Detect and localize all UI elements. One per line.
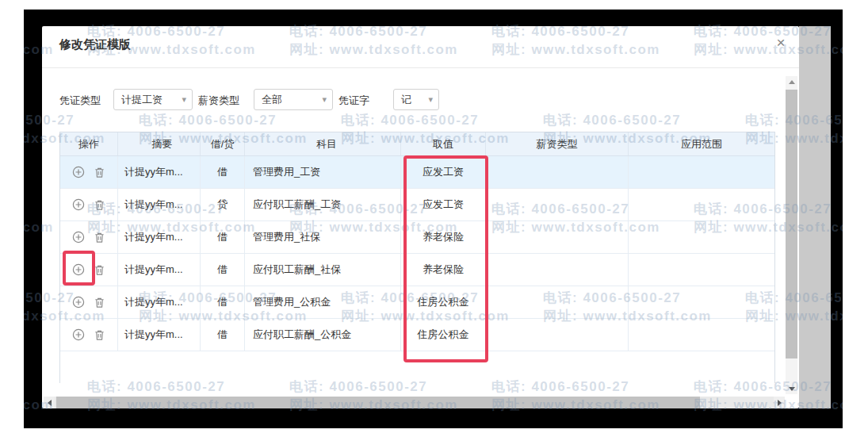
chevron-down-icon: ▾ (182, 90, 186, 109)
salary-type-value: 全部 (262, 94, 282, 105)
add-row-button[interactable] (71, 166, 85, 179)
arrow-left-icon (48, 400, 52, 406)
horizontal-scrollbar-thumb[interactable] (56, 397, 700, 408)
operation-cell (60, 189, 118, 220)
salary-type-select[interactable]: 全部 ▾ (254, 89, 333, 110)
salary-type-cell (486, 319, 629, 351)
summary-cell: 计提yy年m... (118, 319, 201, 351)
table-row: 计提yy年m...借应付职工薪酬_公积金住房公积金 (60, 319, 774, 351)
add-row-button[interactable] (71, 198, 85, 212)
add-row-button[interactable] (71, 296, 85, 309)
voucher-type-value: 计提工资 (121, 94, 163, 105)
account-cell: 管理费用_公积金 (245, 286, 401, 318)
voucher-word-select[interactable]: 记 ▾ (393, 89, 439, 110)
debit-credit-cell: 借 (201, 156, 245, 188)
summary-cell: 计提yy年m... (118, 254, 201, 286)
summary-cell: 计提yy年m... (118, 189, 201, 220)
close-icon[interactable]: × (772, 34, 790, 52)
horizontal-scrollbar[interactable] (44, 397, 785, 408)
filter-row: 凭证类型 计提工资 ▾ 薪资类型 全部 ▾ 凭证字 记 ▾ (42, 89, 799, 111)
circle-plus-icon (72, 263, 85, 276)
salary-type-cell (486, 286, 629, 318)
header-scope: 应用范围 (629, 132, 774, 155)
delete-row-button[interactable] (93, 231, 106, 244)
header-debit-credit: 借/贷 (201, 132, 245, 155)
table-row: 计提yy年m...借管理费用_工资应发工资 (60, 156, 774, 189)
debit-credit-cell: 借 (201, 319, 245, 351)
operation-cell (60, 319, 118, 351)
value-cell: 养老保险 (401, 221, 486, 253)
account-cell: 应付职工薪酬_公积金 (245, 319, 401, 351)
trash-icon (94, 167, 105, 178)
trash-icon (94, 199, 105, 211)
salary-type-label: 薪资类型 (198, 94, 239, 108)
account-cell: 应付职工薪酬_工资 (245, 189, 401, 220)
scroll-down-button[interactable] (786, 383, 797, 394)
scroll-up-button[interactable] (786, 76, 797, 87)
delete-row-button[interactable] (93, 296, 106, 309)
header-value: 取值 (401, 132, 486, 155)
salary-type-cell (486, 254, 629, 286)
debit-credit-cell: 借 (201, 286, 245, 318)
operation-cell (60, 286, 118, 318)
scope-cell (629, 319, 774, 351)
edit-voucher-template-modal: 修改凭证模版 × 凭证类型 计提工资 ▾ 薪资类型 全部 ▾ 凭证字 记 ▾ (42, 26, 799, 408)
scroll-right-button[interactable] (774, 397, 785, 408)
trash-icon (94, 297, 105, 309)
header-account: 科目 (245, 132, 401, 155)
account-cell: 管理费用_社保 (245, 221, 401, 253)
add-row-button[interactable] (71, 263, 85, 277)
operation-cell (60, 221, 118, 253)
scope-cell (629, 156, 774, 188)
trash-icon (94, 329, 105, 341)
delete-row-button[interactable] (93, 198, 106, 212)
operation-cell (60, 254, 118, 286)
voucher-word-label: 凭证字 (338, 94, 369, 108)
scope-cell (629, 286, 774, 318)
table-body: 计提yy年m...借管理费用_工资应发工资计提yy年m...贷应付职工薪酬_工资… (60, 156, 774, 351)
vertical-scrollbar-thumb[interactable] (786, 90, 797, 358)
header-salary-type: 薪资类型 (486, 132, 629, 155)
circle-plus-icon (72, 328, 85, 341)
scope-cell (629, 221, 774, 253)
delete-row-button[interactable] (93, 263, 106, 277)
delete-row-button[interactable] (93, 166, 106, 179)
summary-cell: 计提yy年m... (118, 221, 201, 253)
arrow-down-icon (789, 387, 795, 391)
vertical-scrollbar[interactable] (786, 76, 797, 394)
table-footer-space (60, 351, 774, 383)
value-cell: 应发工资 (401, 156, 486, 188)
debit-credit-cell: 贷 (201, 189, 245, 220)
scroll-left-button[interactable] (44, 397, 55, 408)
voucher-entries-table: 操作 摘要 借/贷 科目 取值 薪资类型 应用范围 计提yy年m...借管理费用… (59, 132, 775, 383)
salary-type-cell (486, 189, 629, 220)
add-row-button[interactable] (71, 231, 85, 244)
chevron-down-icon: ▾ (428, 90, 433, 109)
table-row: 计提yy年m...借管理费用_社保养老保险 (60, 221, 774, 254)
scope-cell (629, 189, 774, 220)
header-summary: 摘要 (118, 132, 201, 155)
table-row: 计提yy年m...借应付职工薪酬_社保养老保险 (60, 254, 774, 286)
voucher-type-select[interactable]: 计提工资 ▾ (113, 89, 193, 110)
value-cell: 应发工资 (401, 189, 486, 220)
trash-icon (94, 232, 105, 243)
screenshot-canvas: 修改凭证模版 × 凭证类型 计提工资 ▾ 薪资类型 全部 ▾ 凭证字 记 ▾ (0, 0, 868, 437)
summary-cell: 计提yy年m... (118, 156, 201, 188)
account-cell: 应付职工薪酬_社保 (245, 254, 401, 286)
salary-type-cell (486, 221, 629, 253)
add-row-button[interactable] (71, 328, 85, 342)
dimmed-page-strip (799, 26, 831, 408)
table-row: 计提yy年m...借管理费用_公积金住房公积金 (60, 286, 774, 319)
arrow-right-icon (778, 400, 782, 406)
operation-cell (60, 156, 118, 188)
chevron-down-icon: ▾ (322, 90, 327, 109)
delete-row-button[interactable] (93, 328, 106, 342)
account-cell: 管理费用_工资 (245, 156, 401, 188)
table-header-row: 操作 摘要 借/贷 科目 取值 薪资类型 应用范围 (60, 132, 774, 156)
screenshot-frame: 修改凭证模版 × 凭证类型 计提工资 ▾ 薪资类型 全部 ▾ 凭证字 记 ▾ (24, 10, 843, 428)
debit-credit-cell: 借 (201, 221, 245, 253)
voucher-type-label: 凭证类型 (59, 94, 101, 108)
scope-cell (629, 254, 774, 286)
circle-plus-icon (72, 231, 85, 243)
circle-plus-icon (72, 166, 85, 178)
